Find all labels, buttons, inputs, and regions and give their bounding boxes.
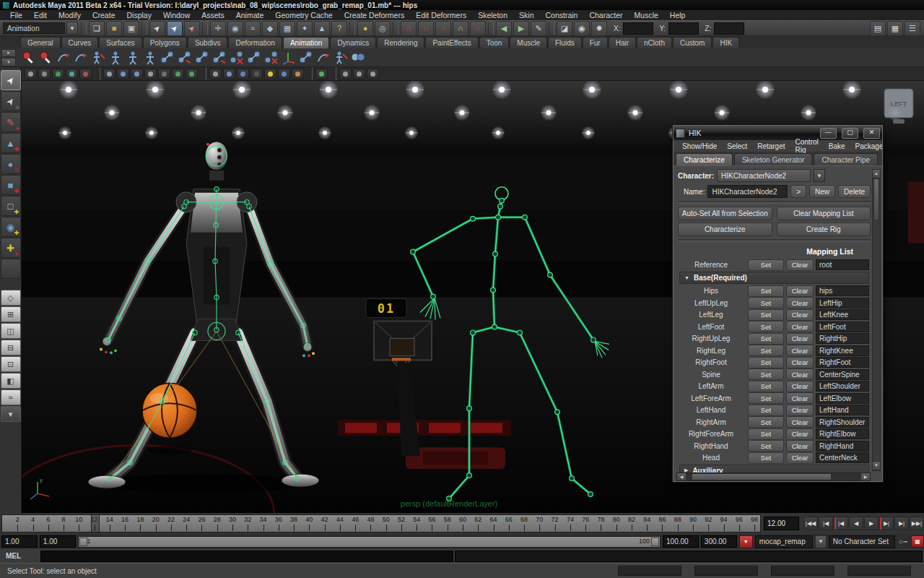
scroll-thumb[interactable] [873, 178, 879, 220]
spline-ik-icon[interactable] [73, 50, 89, 66]
wireframe-mode-icon[interactable] [103, 69, 116, 79]
menu-modify[interactable]: Modify [53, 11, 87, 20]
hik-tab-skeleton-generator[interactable]: Skeleton Generator [734, 153, 813, 165]
camera-select-icon[interactable] [25, 69, 37, 79]
snap-to-view-icon[interactable]: ∩ [470, 21, 486, 36]
hik-menu-control-rig[interactable]: Control Rig [791, 138, 823, 154]
range-start-handle[interactable] [79, 538, 87, 546]
joint-chain-icon[interactable] [298, 50, 314, 66]
righthand-field[interactable]: RightHand [816, 441, 869, 452]
mask-deformers-icon[interactable]: ▦ [279, 21, 295, 36]
rightforearm-field[interactable]: RightElbow [816, 428, 869, 439]
animation-end-field[interactable]: 300.00 [701, 535, 737, 548]
menu-edit-deformers[interactable]: Edit Deformers [410, 11, 472, 20]
set-key-icon[interactable] [38, 50, 54, 66]
close-button[interactable]: ✕ [863, 128, 880, 139]
shelf-tab-fluids[interactable]: Fluids [548, 37, 582, 48]
orient-joint-icon[interactable] [281, 50, 297, 66]
scroll-down-icon[interactable]: ▼ [873, 461, 880, 470]
select-hierarchy-icon[interactable]: ➤ [149, 21, 165, 36]
universal-manipulator-tool[interactable]: □✚ [1, 196, 21, 216]
material-view-icon[interactable] [250, 69, 263, 79]
create-rig-button[interactable]: Create Rig [777, 223, 871, 236]
shelf-tab-toon[interactable]: Toon [479, 37, 510, 48]
rightleg-field[interactable]: RightKnee [816, 345, 869, 356]
rightleg-clear-button[interactable]: Clear [786, 345, 814, 356]
menu-skeleton[interactable]: Skeleton [472, 11, 513, 20]
current-frame-marker[interactable] [91, 515, 100, 532]
shelf-tab-hair[interactable]: Hair [609, 37, 636, 48]
persp-curve-layout[interactable]: ≈ [1, 389, 21, 405]
output-connections-icon[interactable]: ▶ [513, 21, 529, 36]
snap-to-grids-icon[interactable]: ∩ [401, 21, 417, 36]
show-manipulator-tool[interactable]: ✚➤ [1, 238, 21, 258]
rightfoot-clear-button[interactable]: Clear [786, 357, 814, 368]
hik-tab-character-pipe[interactable]: Character Pipe [814, 153, 878, 165]
range-slider[interactable]: 1 100 [78, 536, 661, 548]
select-object-icon[interactable]: ➤ [167, 21, 183, 36]
menu-edit[interactable]: Edit [28, 11, 53, 20]
reroot-joint-icon[interactable] [212, 50, 227, 66]
range-end-handle[interactable] [651, 538, 659, 546]
channel-box-toggle-icon[interactable]: ▤ [870, 21, 886, 36]
leftarm-clear-button[interactable]: Clear [786, 381, 814, 392]
z-coord-input[interactable] [714, 22, 744, 35]
open-scene-icon[interactable]: ■ [106, 21, 122, 36]
persp-panes-layout[interactable]: ⊟ [1, 340, 21, 355]
character-ghost-icon[interactable] [125, 50, 141, 66]
rightarm-clear-button[interactable]: Clear [786, 416, 814, 428]
rightupleg-field[interactable]: RightHip [816, 333, 869, 344]
name-field[interactable]: HIKCharacterNode2 [707, 185, 788, 198]
leftleg-field[interactable]: LeftKnee [816, 309, 869, 320]
rightupleg-clear-button[interactable]: Clear [786, 333, 814, 345]
shelf-tab-custom[interactable]: Custom [673, 37, 712, 48]
shelf-tab-polygons[interactable]: Polygons [143, 37, 187, 48]
isolate-select-icon[interactable] [315, 69, 328, 79]
set-driven-key-icon[interactable] [21, 50, 37, 66]
mask-joints-icon[interactable]: ◉ [227, 21, 243, 36]
hik-window[interactable]: HIK — ▢ ✕ Show/HideSelectRetargetControl… [673, 125, 883, 482]
hik-heads-icon[interactable] [350, 50, 366, 66]
menu-assets[interactable]: Assets [196, 11, 230, 20]
mirror-joint-icon[interactable] [90, 50, 106, 66]
menu-display[interactable]: Display [121, 11, 157, 20]
joint-arrow-icon[interactable] [177, 50, 193, 66]
leftfoot-clear-button[interactable]: Clear [786, 321, 814, 332]
shaded-cube-icon[interactable] [223, 69, 235, 79]
head-field[interactable]: CenterNeck [816, 452, 869, 463]
characterize-button[interactable]: Characterize [678, 223, 772, 236]
maximize-button[interactable]: ▢ [842, 128, 858, 139]
righthand-clear-button[interactable]: Clear [786, 440, 814, 452]
rightforearm-set-button[interactable]: Set [748, 428, 784, 440]
shelf-tab-dynamics[interactable]: Dynamics [330, 37, 376, 48]
insert-joint-icon[interactable] [194, 50, 210, 66]
animation-start-field[interactable]: 1.00 [1, 535, 38, 548]
mask-misc-icon[interactable]: ? [331, 21, 347, 36]
connect-joint-icon[interactable] [246, 50, 262, 66]
leftupleg-clear-button[interactable]: Clear [786, 297, 814, 309]
screen-ao-icon[interactable] [172, 69, 184, 79]
rightfoot-field[interactable]: RightFoot [816, 357, 869, 368]
hypergraph-persp-layout[interactable]: ◧ [1, 373, 21, 389]
construction-history-icon[interactable]: ✎ [531, 21, 546, 36]
spine-set-button[interactable]: Set [748, 368, 784, 380]
menu-set-dropdown-icon[interactable]: ▼ [66, 22, 78, 35]
soft-modification-tool[interactable]: ◉✚ [1, 217, 21, 237]
grease-pencil-icon[interactable] [79, 69, 92, 79]
scroll-up-icon[interactable]: ▲ [873, 170, 880, 178]
leftleg-set-button[interactable]: Set [748, 309, 784, 321]
leftupleg-set-button[interactable]: Set [748, 297, 784, 309]
shelf-tab-ncloth[interactable]: nCloth [637, 37, 672, 48]
remove-joint-icon[interactable] [229, 50, 245, 66]
shaded-mode-icon[interactable] [117, 69, 129, 79]
menu-muscle[interactable]: Muscle [629, 11, 664, 20]
select-component-icon[interactable]: ➤ [184, 21, 200, 36]
leftleg-clear-button[interactable]: Clear [786, 309, 814, 321]
set-keyable-icon[interactable]: ○╼ [897, 536, 909, 547]
input-connections-icon[interactable]: ◀ [496, 21, 512, 36]
anim-layer-combo[interactable]: mocap_remap [755, 535, 814, 548]
ik-spline-tool-icon[interactable] [315, 50, 331, 66]
mask-curves-icon[interactable]: ≈ [245, 21, 261, 36]
auto-set-all-button[interactable]: Auto-Set All from Selection [678, 207, 772, 220]
timeline-ruler[interactable]: 2468101214161820222426283032343638404244… [1, 514, 761, 532]
